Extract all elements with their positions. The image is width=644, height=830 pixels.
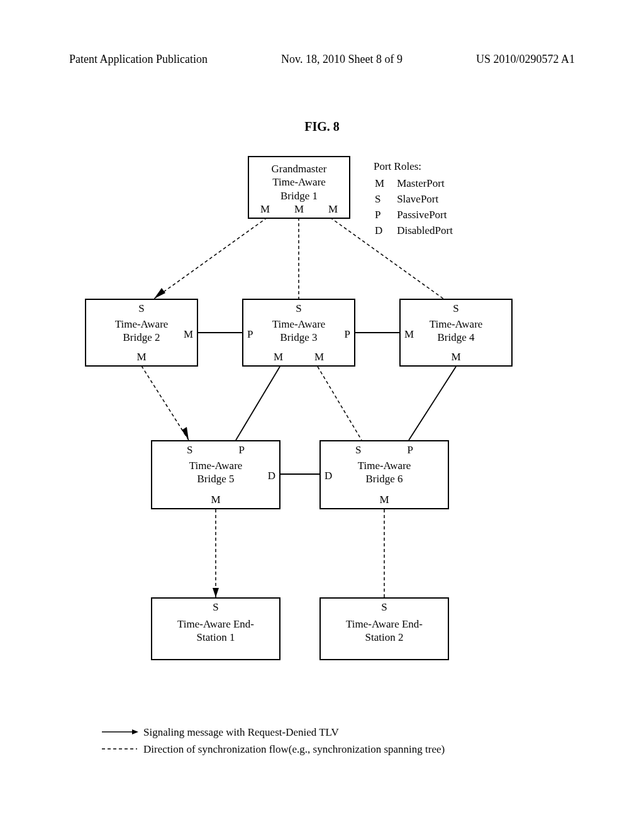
b6-port-m: M: [379, 493, 389, 506]
station2-l1: Time-Aware End-: [321, 617, 448, 631]
bridge5-l1: Time-Aware: [152, 459, 279, 472]
figure-title: FIG. 8: [0, 119, 644, 134]
port-name-p: PassivePort: [397, 208, 464, 223]
port-name-s: SlavePort: [397, 192, 464, 207]
port-name-d: DisabledPort: [397, 224, 464, 238]
es2-port-s: S: [381, 600, 387, 614]
port-code-s: S: [375, 192, 396, 207]
bridge4-l2: Bridge 4: [401, 331, 511, 344]
b2-port-m-right: M: [184, 328, 193, 341]
svg-line-10: [409, 367, 456, 440]
port-roles-title: Port Roles:: [374, 160, 465, 174]
b1-port-m1: M: [260, 202, 270, 216]
b1-port-m2: M: [294, 202, 304, 216]
b6-port-p: P: [408, 443, 413, 456]
legend-solid-label: Signaling message with Request-Denied TL…: [143, 724, 339, 741]
svg-line-0: [154, 218, 267, 299]
b3-port-m1: M: [274, 350, 283, 363]
b5-port-p: P: [239, 443, 245, 456]
svg-marker-16: [132, 729, 138, 734]
b4-port-m-left: M: [404, 328, 414, 341]
svg-line-9: [318, 367, 362, 440]
header-left: Patent Application Publication: [69, 53, 208, 66]
bridge1-l3: Bridge 1: [249, 189, 349, 202]
station1-l1: Time-Aware End-: [152, 617, 279, 631]
port-name-m: MasterPort: [397, 177, 464, 191]
port-code-d: D: [375, 224, 396, 238]
bridge2-l1: Time-Aware: [86, 318, 197, 331]
dashed-line-icon: [102, 745, 140, 753]
b3-port-m2: M: [314, 350, 324, 363]
bridge4-l1: Time-Aware: [401, 318, 511, 331]
legend-dashed-label: Direction of synchronization flow(e.g., …: [143, 741, 445, 758]
b5-port-s: S: [187, 443, 192, 456]
station1-l2: Station 1: [152, 631, 279, 644]
es1-port-s: S: [213, 600, 218, 614]
bridge-3-box: S Time-Aware Bridge 3 P P M M: [242, 299, 355, 367]
bridge5-l2: Bridge 5: [152, 472, 279, 485]
header-center: Nov. 18, 2010 Sheet 8 of 9: [281, 53, 402, 66]
bridge-1-box: Grandmaster Time-Aware Bridge 1 M M M: [248, 156, 350, 219]
b1-port-m3: M: [328, 202, 338, 216]
b3-port-s: S: [296, 302, 301, 315]
svg-marker-7: [182, 427, 189, 440]
b4-port-s: S: [453, 302, 458, 315]
end-station-2-box: S Time-Aware End- Station 2: [319, 597, 449, 660]
port-roles-legend: Port Roles: MMasterPort SSlavePort PPass…: [374, 160, 465, 240]
bridge1-l2: Time-Aware: [249, 175, 349, 189]
bridge-4-box: S Time-Aware Bridge 4 M M: [399, 299, 513, 367]
station2-l2: Station 2: [321, 631, 448, 644]
bridge2-l2: Bridge 2: [86, 331, 197, 344]
svg-line-8: [236, 367, 280, 440]
b5-port-d: D: [268, 469, 275, 482]
bridge-6-box: S P D Time-Aware Bridge 6 M: [319, 440, 449, 509]
end-station-1-box: S Time-Aware End- Station 1: [151, 597, 280, 660]
port-code-p: P: [375, 208, 396, 223]
b3-port-p-right: P: [345, 328, 350, 341]
svg-marker-1: [154, 288, 165, 299]
bridge6-l1: Time-Aware: [321, 459, 448, 472]
bottom-legend: Signaling message with Request-Denied TL…: [102, 724, 445, 758]
port-code-m: M: [375, 177, 396, 191]
b6-port-d: D: [325, 469, 332, 482]
bridge3-l1: Time-Aware: [243, 318, 354, 331]
solid-arrow-icon: [102, 728, 140, 736]
bridge3-l2: Bridge 3: [243, 331, 354, 344]
b3-port-p-left: P: [247, 328, 253, 341]
b4-port-m-bottom: M: [451, 350, 460, 363]
header-right: US 2010/0290572 A1: [476, 53, 575, 66]
b5-port-m: M: [211, 493, 220, 506]
b6-port-s: S: [355, 443, 361, 456]
b2-port-m-bottom: M: [136, 350, 146, 363]
svg-marker-13: [213, 588, 219, 597]
svg-line-6: [142, 366, 189, 440]
bridge-5-box: S P Time-Aware Bridge 5 D M: [151, 440, 280, 509]
bridge1-l1: Grandmaster: [249, 162, 349, 175]
bridge6-l2: Bridge 6: [321, 472, 448, 485]
diagram: Port Roles: MMasterPort SSlavePort PPass…: [0, 151, 644, 717]
b2-port-s: S: [138, 302, 144, 315]
bridge-2-box: S Time-Aware Bridge 2 M M: [85, 299, 198, 367]
